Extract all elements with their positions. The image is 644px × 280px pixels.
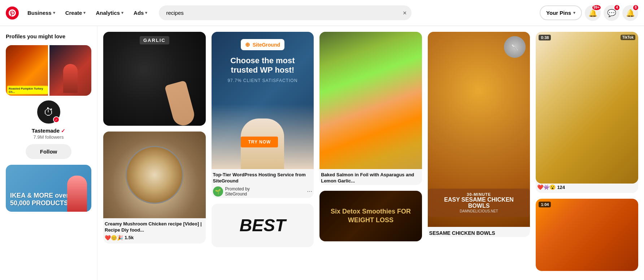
siteground-people: TRY NOW [212,104,314,169]
pin-best[interactable]: BEST [212,204,314,247]
sesame-image: 🥄 30-MINUTE EASY SESAME CHICKEN BOWLS DA… [428,32,530,227]
search-input[interactable] [159,5,412,20]
mushroom-bowl [126,146,183,204]
follow-button[interactable]: Follow [26,144,72,159]
notifications-button[interactable]: 🔔 99+ [585,5,601,21]
pin-column-1: GARLIC Creamy Mushroom Chicken recipe [V… [103,32,206,244]
pin-column-5: 0:38 TikTok ❤️👾😮 124 1:04 [536,32,638,271]
messages-button[interactable]: 💬 4 [604,5,619,21]
profile-section: Roasted Pumpkin Turkey Ch... ⏱ ✓ Tastema… [6,45,91,212]
header-right: Your Pins ▾ 🔔 99+ 💬 4 🔔 8 [540,5,638,21]
ikea-person-image [67,176,87,212]
nav-business[interactable]: Business ▾ [23,7,60,19]
pin-column-2: ⊕ SiteGround Choose the most trusted WP … [212,32,314,247]
tiktok-badge: TikTok [621,35,635,40]
chevron-down-icon: ▾ [83,10,86,15]
sidebar-title: Profiles you might love [6,33,91,39]
sesame-title: SESAME CHICKEN BOWLS [428,227,530,237]
search-bar: × [159,5,412,20]
pin-siteground[interactable]: ⊕ SiteGround Choose the most trusted WP … [212,32,314,198]
verified-icon: ✓ [61,128,65,134]
main-nav: Business ▾ Create ▾ Analytics ▾ Ads ▾ [23,7,152,19]
pin-mushroom[interactable]: Creamy Mushroom Chicken recipe [Video] |… [103,132,206,244]
sidebar: Profiles you might love Roasted Pumpkin … [0,26,97,280]
best-text: BEST [239,215,286,235]
siteground-avatar: 🌱 [213,186,223,197]
smoothie-image: Six Detox Smoothies FOR WEIGHT LOSS [319,191,422,241]
pin-cheesy2[interactable]: 1:04 [536,199,638,271]
pin-mushroom-title: Creamy Mushroom Chicken recipe [Video] |… [103,218,206,234]
pinterest-logo[interactable] [6,7,19,20]
activity-button[interactable]: 🔔 8 [622,5,638,21]
smoothie-text: Six Detox Smoothies FOR WEIGHT LOSS [325,207,416,224]
activity-badge: 8 [632,4,639,11]
duration-badge-1: 0:38 [539,35,551,40]
verified-badge: ✓ [53,116,60,123]
pin-mushroom-image [103,132,206,218]
pin-grid: GARLIC Creamy Mushroom Chicken recipe [V… [103,32,638,271]
chevron-down-icon: ▾ [53,10,55,15]
pin-garlic-image: GARLIC [103,32,206,126]
promoted-label: Promoted by [225,186,250,191]
nav-create[interactable]: Create ▾ [61,7,90,19]
nav-analytics[interactable]: Analytics ▾ [91,7,128,19]
best-image: BEST [212,204,314,247]
notifications-badge: 99+ [592,4,601,11]
pin-garlic[interactable]: GARLIC [103,32,206,126]
main-content: Profiles you might love Roasted Pumpkin … [0,26,644,280]
salmon-title: Baked Salmon in Foil with Asparagus and … [319,169,422,185]
messages-badge: 4 [614,4,620,11]
cheesy2-image [536,199,638,271]
nav-ads[interactable]: Ads ▾ [129,7,152,19]
pin-column-4: 🥄 30-MINUTE EASY SESAME CHICKEN BOWLS DA… [428,32,530,237]
pin-salmon[interactable]: Baked Salmon in Foil with Asparagus and … [319,32,422,185]
chevron-down-icon: ▾ [573,10,575,15]
search-clear-button[interactable]: × [403,9,407,17]
salmon-image [319,32,422,169]
pin-column-3: Baked Salmon in Foil with Asparagus and … [319,32,422,241]
cheesy1-image [536,32,638,184]
siteground-heading: Choose the most trusted WP host! [217,56,308,75]
promoted-badge: 🌱 Promoted by SiteGround ··· [212,185,314,198]
siteground-logo: ⊕ SiteGround [241,39,284,50]
garlic-label: GARLIC [140,36,169,44]
avatar: ⏱ ✓ [36,99,61,125]
promoted-source: SiteGround [225,191,250,197]
sesame-spoon: 🥄 [504,36,526,58]
chevron-down-icon: ▾ [145,10,147,15]
profile-info: ⏱ ✓ Tastemade ✓ 7.9M followers Follow [6,85,91,159]
sesame-overlay: 30-MINUTE EASY SESAME CHICKEN BOWLS DAMN… [428,189,530,217]
pin-cheesy1[interactable]: 0:38 TikTok ❤️👾😮 124 [536,32,638,193]
siteground-subtitle: 97.7% CLIENT SATISFACTION [227,78,297,83]
garlic-hand [164,80,196,126]
pin-feed: GARLIC Creamy Mushroom Chicken recipe [V… [97,26,644,280]
pin-sesame[interactable]: 🥄 30-MINUTE EASY SESAME CHICKEN BOWLS DA… [428,32,530,237]
pin-mushroom-reactions: ❤️😊🎉 1.5k [103,234,206,244]
pin-more-button[interactable]: ··· [307,188,312,195]
chevron-down-icon: ▾ [121,10,123,15]
your-pins-button[interactable]: Your Pins ▾ [540,5,582,20]
pin-smoothie[interactable]: Six Detox Smoothies FOR WEIGHT LOSS [319,191,422,241]
ikea-card[interactable]: IKEA & MORE over 50,000 PRODUCTS [6,165,91,212]
follower-count: 7.9M followers [34,134,64,140]
duration-badge-2: 1:04 [539,202,551,207]
pin-cheesy1-reactions: ❤️👾😮 124 [536,184,638,193]
header: Business ▾ Create ▾ Analytics ▾ Ads ▾ × … [0,0,644,26]
siteground-image: ⊕ SiteGround Choose the most trusted WP … [212,32,314,169]
profile-name: Tastemade ✓ [32,128,65,134]
siteground-cta-button[interactable]: TRY NOW [241,137,278,147]
siteground-pin-title: Top-Tier WordPress Hosting Service from … [212,169,314,185]
